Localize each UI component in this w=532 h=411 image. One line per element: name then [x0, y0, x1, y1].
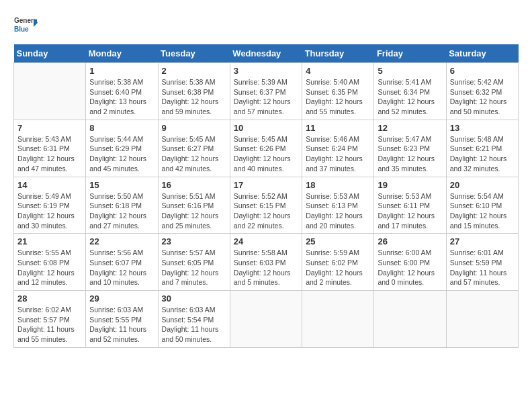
calendar-cell: 16Sunrise: 5:51 AM Sunset: 6:16 PM Dayli… — [158, 177, 230, 234]
day-number: 1 — [89, 66, 154, 76]
day-number: 13 — [450, 123, 515, 133]
day-info: Sunrise: 5:38 AM Sunset: 6:38 PM Dayligh… — [162, 77, 226, 117]
day-info: Sunrise: 5:40 AM Sunset: 6:35 PM Dayligh… — [306, 77, 370, 117]
day-info: Sunrise: 5:49 AM Sunset: 6:19 PM Dayligh… — [17, 191, 82, 231]
calendar-cell: 18Sunrise: 5:53 AM Sunset: 6:13 PM Dayli… — [302, 177, 374, 234]
col-header-thursday: Thursday — [302, 44, 374, 63]
day-number: 4 — [306, 66, 370, 76]
day-number: 17 — [234, 180, 298, 190]
day-info: Sunrise: 5:42 AM Sunset: 6:32 PM Dayligh… — [450, 77, 515, 117]
col-header-sunday: Sunday — [14, 44, 86, 63]
day-number: 9 — [162, 123, 226, 133]
day-info: Sunrise: 6:02 AM Sunset: 5:57 PM Dayligh… — [17, 305, 82, 345]
calendar-cell: 29Sunrise: 6:03 AM Sunset: 5:55 PM Dayli… — [86, 291, 158, 348]
day-number: 24 — [234, 236, 298, 246]
day-number: 18 — [306, 180, 370, 190]
calendar-cell: 3Sunrise: 5:39 AM Sunset: 6:37 PM Daylig… — [230, 63, 302, 120]
day-info: Sunrise: 5:50 AM Sunset: 6:18 PM Dayligh… — [89, 191, 154, 231]
calendar-cell: 4Sunrise: 5:40 AM Sunset: 6:35 PM Daylig… — [302, 63, 374, 120]
calendar-cell: 27Sunrise: 6:01 AM Sunset: 5:59 PM Dayli… — [446, 234, 518, 291]
day-info: Sunrise: 5:48 AM Sunset: 6:21 PM Dayligh… — [450, 134, 515, 174]
calendar-cell: 8Sunrise: 5:44 AM Sunset: 6:29 PM Daylig… — [86, 120, 158, 177]
day-info: Sunrise: 5:53 AM Sunset: 6:13 PM Dayligh… — [306, 191, 370, 231]
calendar-cell: 17Sunrise: 5:52 AM Sunset: 6:15 PM Dayli… — [230, 177, 302, 234]
page-header: General Blue — [13, 13, 519, 38]
day-number: 27 — [450, 236, 515, 246]
calendar-table: SundayMondayTuesdayWednesdayThursdayFrid… — [13, 44, 519, 348]
day-info: Sunrise: 6:03 AM Sunset: 5:55 PM Dayligh… — [89, 305, 154, 345]
week-row-5: 28Sunrise: 6:02 AM Sunset: 5:57 PM Dayli… — [14, 291, 519, 348]
calendar-cell: 19Sunrise: 5:53 AM Sunset: 6:11 PM Dayli… — [374, 177, 446, 234]
calendar-cell: 22Sunrise: 5:56 AM Sunset: 6:07 PM Dayli… — [86, 234, 158, 291]
day-info: Sunrise: 6:01 AM Sunset: 5:59 PM Dayligh… — [450, 248, 515, 287]
calendar-cell: 21Sunrise: 5:55 AM Sunset: 6:08 PM Dayli… — [14, 234, 86, 291]
col-header-saturday: Saturday — [446, 44, 518, 63]
calendar-cell: 20Sunrise: 5:54 AM Sunset: 6:10 PM Dayli… — [446, 177, 518, 234]
day-info: Sunrise: 5:47 AM Sunset: 6:23 PM Dayligh… — [378, 134, 442, 174]
day-number: 23 — [162, 236, 226, 246]
day-number: 30 — [162, 293, 226, 304]
day-number: 7 — [17, 123, 82, 133]
calendar-cell: 12Sunrise: 5:47 AM Sunset: 6:23 PM Dayli… — [374, 120, 446, 177]
calendar-cell — [230, 291, 302, 348]
calendar-cell: 7Sunrise: 5:43 AM Sunset: 6:31 PM Daylig… — [14, 120, 86, 177]
calendar-cell: 1Sunrise: 5:38 AM Sunset: 6:40 PM Daylig… — [86, 63, 158, 120]
day-number: 8 — [89, 123, 154, 133]
day-info: Sunrise: 5:44 AM Sunset: 6:29 PM Dayligh… — [89, 134, 154, 174]
day-number: 19 — [378, 180, 442, 190]
day-number: 6 — [450, 66, 515, 76]
day-number: 29 — [89, 293, 154, 304]
day-number: 22 — [89, 236, 154, 246]
day-number: 15 — [89, 180, 154, 190]
day-info: Sunrise: 5:39 AM Sunset: 6:37 PM Dayligh… — [234, 77, 298, 117]
calendar-cell: 30Sunrise: 6:03 AM Sunset: 5:54 PM Dayli… — [158, 291, 230, 348]
day-info: Sunrise: 5:52 AM Sunset: 6:15 PM Dayligh… — [234, 191, 298, 231]
day-info: Sunrise: 5:43 AM Sunset: 6:31 PM Dayligh… — [17, 134, 82, 174]
day-info: Sunrise: 5:56 AM Sunset: 6:07 PM Dayligh… — [89, 248, 154, 287]
logo: General Blue — [13, 13, 38, 38]
calendar-cell: 24Sunrise: 5:58 AM Sunset: 6:03 PM Dayli… — [230, 234, 302, 291]
calendar-cell — [446, 291, 518, 348]
calendar-cell: 11Sunrise: 5:46 AM Sunset: 6:24 PM Dayli… — [302, 120, 374, 177]
day-info: Sunrise: 5:46 AM Sunset: 6:24 PM Dayligh… — [306, 134, 370, 174]
day-number: 28 — [17, 293, 82, 304]
day-info: Sunrise: 6:03 AM Sunset: 5:54 PM Dayligh… — [162, 305, 226, 345]
calendar-cell: 2Sunrise: 5:38 AM Sunset: 6:38 PM Daylig… — [158, 63, 230, 120]
col-header-tuesday: Tuesday — [158, 44, 230, 63]
calendar-cell: 13Sunrise: 5:48 AM Sunset: 6:21 PM Dayli… — [446, 120, 518, 177]
calendar-cell — [14, 63, 86, 120]
calendar-cell: 9Sunrise: 5:45 AM Sunset: 6:27 PM Daylig… — [158, 120, 230, 177]
calendar-cell: 25Sunrise: 5:59 AM Sunset: 6:02 PM Dayli… — [302, 234, 374, 291]
calendar-cell: 26Sunrise: 6:00 AM Sunset: 6:00 PM Dayli… — [374, 234, 446, 291]
col-header-friday: Friday — [374, 44, 446, 63]
day-info: Sunrise: 5:45 AM Sunset: 6:27 PM Dayligh… — [162, 134, 226, 174]
day-info: Sunrise: 5:54 AM Sunset: 6:10 PM Dayligh… — [450, 191, 515, 231]
calendar-cell: 6Sunrise: 5:42 AM Sunset: 6:32 PM Daylig… — [446, 63, 518, 120]
calendar-cell: 10Sunrise: 5:45 AM Sunset: 6:26 PM Dayli… — [230, 120, 302, 177]
calendar-cell: 14Sunrise: 5:49 AM Sunset: 6:19 PM Dayli… — [14, 177, 86, 234]
calendar-cell: 15Sunrise: 5:50 AM Sunset: 6:18 PM Dayli… — [86, 177, 158, 234]
calendar-cell: 23Sunrise: 5:57 AM Sunset: 6:05 PM Dayli… — [158, 234, 230, 291]
day-number: 14 — [17, 180, 82, 190]
day-info: Sunrise: 5:41 AM Sunset: 6:34 PM Dayligh… — [378, 77, 442, 117]
day-number: 5 — [378, 66, 442, 76]
week-row-1: 1Sunrise: 5:38 AM Sunset: 6:40 PM Daylig… — [14, 63, 519, 120]
header-row: SundayMondayTuesdayWednesdayThursdayFrid… — [14, 44, 519, 63]
week-row-3: 14Sunrise: 5:49 AM Sunset: 6:19 PM Dayli… — [14, 177, 519, 234]
day-number: 2 — [162, 66, 226, 76]
day-info: Sunrise: 5:59 AM Sunset: 6:02 PM Dayligh… — [306, 248, 370, 287]
day-info: Sunrise: 6:00 AM Sunset: 6:00 PM Dayligh… — [378, 248, 442, 287]
week-row-2: 7Sunrise: 5:43 AM Sunset: 6:31 PM Daylig… — [14, 120, 519, 177]
day-info: Sunrise: 5:55 AM Sunset: 6:08 PM Dayligh… — [17, 248, 82, 287]
week-row-4: 21Sunrise: 5:55 AM Sunset: 6:08 PM Dayli… — [14, 234, 519, 291]
day-info: Sunrise: 5:57 AM Sunset: 6:05 PM Dayligh… — [162, 248, 226, 287]
calendar-cell — [374, 291, 446, 348]
logo-svg: General Blue — [13, 13, 38, 38]
svg-text:Blue: Blue — [14, 26, 29, 33]
day-number: 21 — [17, 236, 82, 246]
day-info: Sunrise: 5:38 AM Sunset: 6:40 PM Dayligh… — [89, 77, 154, 117]
day-info: Sunrise: 5:45 AM Sunset: 6:26 PM Dayligh… — [234, 134, 298, 174]
day-info: Sunrise: 5:51 AM Sunset: 6:16 PM Dayligh… — [162, 191, 226, 231]
day-number: 12 — [378, 123, 442, 133]
col-header-monday: Monday — [86, 44, 158, 63]
